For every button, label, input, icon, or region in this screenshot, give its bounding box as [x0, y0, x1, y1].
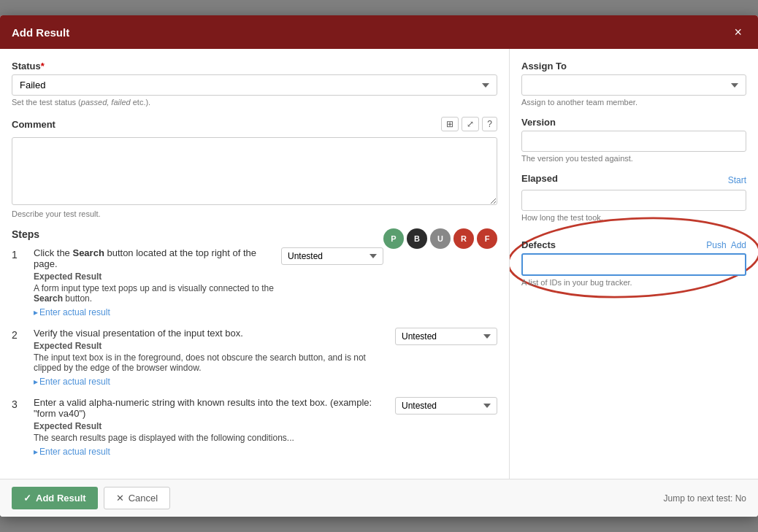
step-status-select-3[interactable]: Untested Passed Failed Blocked Retest	[395, 397, 497, 415]
avatar-passed: P	[383, 228, 404, 249]
footer-left: ✓ Add Result ✕ Cancel	[12, 487, 170, 509]
enter-actual-2[interactable]: Enter actual result	[34, 377, 110, 387]
assign-to-select[interactable]	[521, 74, 746, 96]
toolbar-grid-button[interactable]: ⊞	[441, 117, 459, 131]
assign-to-group: Assign To Assign to another team member.	[521, 61, 746, 107]
elapsed-input[interactable]	[521, 190, 746, 211]
step-content-2: Verify the visual presentation of the in…	[34, 328, 388, 387]
step-row-3: 3 Enter a valid alpha-numeric string wit…	[12, 397, 497, 457]
toolbar-help-button[interactable]: ?	[482, 117, 497, 131]
status-select[interactable]: Failed Passed Blocked Retest Untested	[12, 74, 497, 96]
version-hint: The version you tested against.	[521, 154, 746, 163]
defects-group: Defects Push Add A list of IDs in your b…	[521, 239, 746, 287]
version-input[interactable]	[521, 131, 746, 152]
step-expected-label-1: Expected Result	[34, 271, 274, 282]
right-panel: Assign To Assign to another team member.…	[510, 49, 758, 479]
elapsed-hint: How long the test took.	[521, 213, 746, 222]
elapsed-start-button[interactable]: Start	[728, 175, 746, 185]
modal-body: Status* Failed Passed Blocked Retest Unt…	[0, 49, 758, 479]
step-status-select-2[interactable]: Untested Passed Failed Blocked Retest	[395, 328, 497, 345]
modal-header: Add Result ×	[0, 15, 758, 49]
step-row-2: 2 Verify the visual presentation of the …	[12, 328, 497, 387]
version-group: Version The version you tested against.	[521, 117, 746, 163]
step-expected-text-1: A form input type text pops up and is vi…	[34, 283, 274, 304]
comment-toolbar: ⊞ ⤢ ?	[441, 117, 497, 131]
modal-footer: ✓ Add Result ✕ Cancel Jump to next test:…	[0, 479, 758, 517]
avatar-untested: U	[430, 228, 451, 249]
elapsed-label: Elapsed	[521, 173, 558, 184]
step-action-3: Enter a valid alpha-numeric string with …	[34, 397, 388, 419]
defects-input[interactable]	[521, 253, 746, 276]
defects-actions: Push Add	[706, 240, 746, 250]
enter-actual-1[interactable]: Enter actual result	[34, 307, 110, 317]
enter-actual-3[interactable]: Enter actual result	[34, 447, 110, 457]
status-hint: Set the test status (passed, failed etc.…	[12, 98, 497, 107]
step-content-3: Enter a valid alpha-numeric string with …	[34, 397, 388, 457]
status-group: Status* Failed Passed Blocked Retest Unt…	[12, 61, 497, 107]
modal-title: Add Result	[12, 26, 69, 39]
defects-label: Defects	[521, 239, 556, 250]
step-number-2: 2	[12, 328, 26, 341]
left-panel: Status* Failed Passed Blocked Retest Unt…	[0, 49, 510, 479]
comment-hint: Describe your test result.	[12, 209, 497, 218]
jump-to-next: Jump to next test: No	[664, 493, 746, 504]
steps-header: Steps P B U R F	[12, 228, 497, 240]
version-label: Version	[521, 117, 746, 128]
step-expected-text-3: The search results page is displayed wit…	[34, 433, 388, 443]
step-content-1: Click the Search button located at the t…	[34, 247, 274, 317]
step-number-3: 3	[12, 397, 26, 410]
close-button[interactable]: ×	[730, 24, 746, 40]
cancel-button[interactable]: ✕ Cancel	[104, 487, 170, 509]
defects-add-button[interactable]: Add	[731, 240, 746, 250]
step-number-1: 1	[12, 247, 26, 261]
checkmark-icon: ✓	[23, 493, 31, 504]
status-label: Status*	[12, 61, 497, 72]
steps-section: Steps P B U R F 1 Click the Sea	[12, 228, 497, 457]
add-result-modal: Add Result × Status* Failed Passed Block…	[0, 15, 758, 517]
add-result-button[interactable]: ✓ Add Result	[12, 487, 98, 509]
avatar-failed: F	[477, 228, 497, 249]
avatar-retest: R	[453, 228, 474, 249]
step-expected-text-2: The input text box is in the foreground,…	[34, 352, 388, 373]
step-row-1: 1 Click the Search button located at the…	[12, 247, 383, 317]
assign-to-hint: Assign to another team member.	[521, 98, 746, 107]
defects-hint: A list of IDs in your bug tracker.	[521, 278, 746, 287]
step-expected-label-2: Expected Result	[34, 341, 388, 351]
step-action-1: Click the Search button located at the t…	[34, 247, 274, 269]
elapsed-group: Elapsed Start How long the test took.	[521, 173, 746, 222]
step-expected-label-3: Expected Result	[34, 421, 388, 431]
defects-header-row: Defects Push Add	[521, 239, 746, 250]
defects-push-button[interactable]: Push	[706, 240, 726, 250]
elapsed-row: Elapsed Start	[521, 173, 746, 187]
assign-to-label: Assign To	[521, 61, 746, 72]
step-status-select-1[interactable]: Untested Passed Failed Blocked Retest	[281, 247, 383, 265]
toolbar-expand-button[interactable]: ⤢	[462, 117, 479, 131]
comment-label: Comment	[12, 119, 55, 130]
comment-textarea[interactable]	[12, 137, 497, 205]
step-action-2: Verify the visual presentation of the in…	[34, 328, 388, 339]
x-icon: ✕	[116, 493, 124, 504]
avatar-blocked: B	[407, 228, 427, 249]
comment-group: Comment ⊞ ⤢ ? Describe your test result.	[12, 117, 497, 218]
